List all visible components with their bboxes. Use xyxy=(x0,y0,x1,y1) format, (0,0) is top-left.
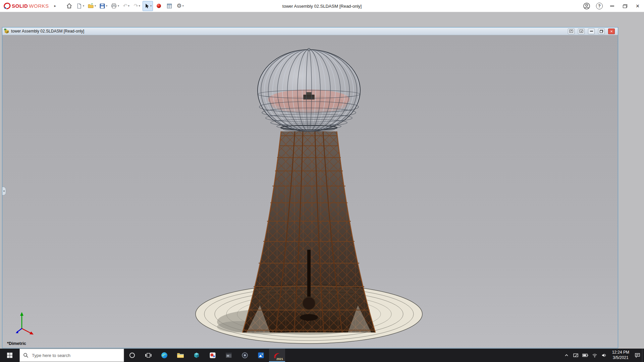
restore-icon xyxy=(623,4,627,8)
save-button[interactable]: ▾ xyxy=(98,1,109,11)
cortana-button[interactable] xyxy=(124,349,140,362)
file-explorer-icon xyxy=(177,352,184,359)
show-desktop-button[interactable] xyxy=(642,349,644,362)
new-document-button[interactable]: ▾ xyxy=(75,1,86,11)
main-toolbar: ▾ ▾ ▾ ▾ ↶ ▾ xyxy=(64,1,185,11)
help-button[interactable]: ? xyxy=(593,0,606,12)
home-icon xyxy=(66,3,72,9)
task-view-icon xyxy=(145,352,152,358)
app-workspace: tower Assembly 02.SLDASM [Read-only] xyxy=(0,12,644,349)
dropdown-caret-icon[interactable]: ▾ xyxy=(83,4,84,7)
minimize-button[interactable] xyxy=(606,0,619,12)
doc-new-window-button[interactable] xyxy=(568,28,575,34)
taskbar-search[interactable] xyxy=(19,349,124,362)
brand-solid-text: SOLID xyxy=(12,3,28,9)
edge-button[interactable] xyxy=(156,349,172,362)
cortana-icon xyxy=(129,352,136,359)
save-floppy-icon xyxy=(99,3,105,9)
redo-icon: ↷ xyxy=(133,3,138,9)
select-cursor-icon xyxy=(144,3,150,9)
solidworks-logo: SOLIDWORKS xyxy=(0,2,51,10)
options-button[interactable]: ⚙ ▾ xyxy=(175,1,185,11)
red-sphere-icon xyxy=(156,3,162,9)
dropdown-caret-icon[interactable]: ▾ xyxy=(128,4,129,7)
notification-icon xyxy=(635,353,640,358)
dropdown-caret-icon[interactable]: ▾ xyxy=(139,4,140,7)
view-orientation-label: *Dimetric xyxy=(7,341,26,346)
close-button[interactable]: × xyxy=(631,0,644,12)
properties-button[interactable] xyxy=(164,1,174,11)
clock-date: 3/5/2021 xyxy=(612,355,629,361)
doc-tile-window-button[interactable] xyxy=(578,28,585,34)
document-window: tower Assembly 02.SLDASM [Read-only] xyxy=(2,27,618,348)
xpert-button[interactable] xyxy=(154,1,164,11)
task-view-button[interactable] xyxy=(140,349,156,362)
graphics-viewport[interactable]: *Dimetric xyxy=(2,35,618,348)
action-center-button[interactable] xyxy=(633,349,642,362)
document-title: tower Assembly 02.SLDASM [Read-only] xyxy=(11,29,568,34)
store-icon xyxy=(193,352,200,359)
tray-battery-button[interactable] xyxy=(581,349,590,362)
properties-table-icon xyxy=(166,3,172,9)
app-window-button[interactable] xyxy=(221,349,237,362)
round-app-icon xyxy=(241,352,248,359)
gear-icon: ⚙ xyxy=(176,2,181,9)
doc-close-button[interactable]: × xyxy=(608,28,615,34)
print-button[interactable]: ▾ xyxy=(109,1,120,11)
close-icon: × xyxy=(636,3,640,9)
search-icon xyxy=(23,353,29,358)
paint-3d-button[interactable] xyxy=(205,349,221,362)
document-titlebar[interactable]: tower Assembly 02.SLDASM [Read-only] xyxy=(2,27,618,35)
new-document-icon xyxy=(76,3,82,9)
file-explorer-button[interactable] xyxy=(172,349,189,362)
document-window-controls: × xyxy=(568,28,616,34)
photos-button[interactable] xyxy=(253,349,269,362)
open-button[interactable]: ▾ xyxy=(86,1,97,11)
app-window-icon xyxy=(225,352,232,358)
account-button[interactable] xyxy=(580,0,593,12)
dropdown-caret-icon[interactable]: ▾ xyxy=(106,4,107,7)
dropdown-caret-icon[interactable]: ▾ xyxy=(118,4,119,7)
dropdown-caret-icon[interactable]: ▾ xyxy=(95,4,96,7)
3d-scene-canvas[interactable] xyxy=(2,35,618,348)
home-button[interactable] xyxy=(64,1,74,11)
toolbar-flyout-arrow-icon[interactable]: ▸ xyxy=(51,4,60,8)
restore-button[interactable] xyxy=(619,0,631,12)
undo-button[interactable]: ↶ ▾ xyxy=(121,1,131,11)
doc-minimize-button[interactable] xyxy=(588,28,595,34)
solidworks-taskbar-button[interactable]: 2021 xyxy=(269,349,285,362)
account-icon xyxy=(583,2,590,10)
assembly-document-icon xyxy=(4,28,9,34)
redo-button[interactable]: ↷ ▾ xyxy=(132,1,142,11)
featuremanager-collapsed-tab[interactable] xyxy=(2,187,6,195)
windows-taskbar: 2021 xyxy=(0,349,644,362)
store-button[interactable] xyxy=(189,349,205,362)
round-app-button[interactable] xyxy=(237,349,253,362)
app-window-title: tower Assembly 02.SLDASM [Read-only] xyxy=(282,0,362,12)
doc-restore-icon xyxy=(600,30,603,33)
undo-icon: ↶ xyxy=(123,3,127,9)
doc-restore-button[interactable] xyxy=(598,28,605,34)
main-window-controls: ? × xyxy=(580,0,644,12)
app-titlebar: SOLIDWORKS ▸ ▾ ▾ xyxy=(0,0,644,12)
doc-minimize-icon xyxy=(590,31,593,32)
tray-pen-button[interactable] xyxy=(571,349,581,362)
start-button[interactable] xyxy=(0,349,19,362)
taskbar-clock[interactable]: 12:24 PM 3/5/2021 xyxy=(609,350,633,360)
new-window-icon xyxy=(569,29,573,33)
solidworks-version-badge: 2021 xyxy=(276,357,283,361)
clock-time: 12:24 PM xyxy=(612,350,629,355)
dropdown-caret-icon[interactable]: ▾ xyxy=(182,4,184,7)
select-tool-button[interactable]: ▾ xyxy=(143,1,153,11)
tray-expand-button[interactable] xyxy=(562,349,571,362)
tray-volume-button[interactable] xyxy=(599,349,609,362)
tray-network-button[interactable] xyxy=(590,349,599,362)
dropdown-caret-icon[interactable]: ▾ xyxy=(150,4,152,7)
doc-close-icon: × xyxy=(610,29,613,34)
open-folder-icon xyxy=(88,3,94,9)
windows-logo-icon xyxy=(7,352,13,358)
paint-3d-icon xyxy=(209,352,216,359)
photos-icon xyxy=(258,352,264,359)
search-input[interactable] xyxy=(31,353,120,358)
pen-tablet-icon xyxy=(573,353,579,358)
